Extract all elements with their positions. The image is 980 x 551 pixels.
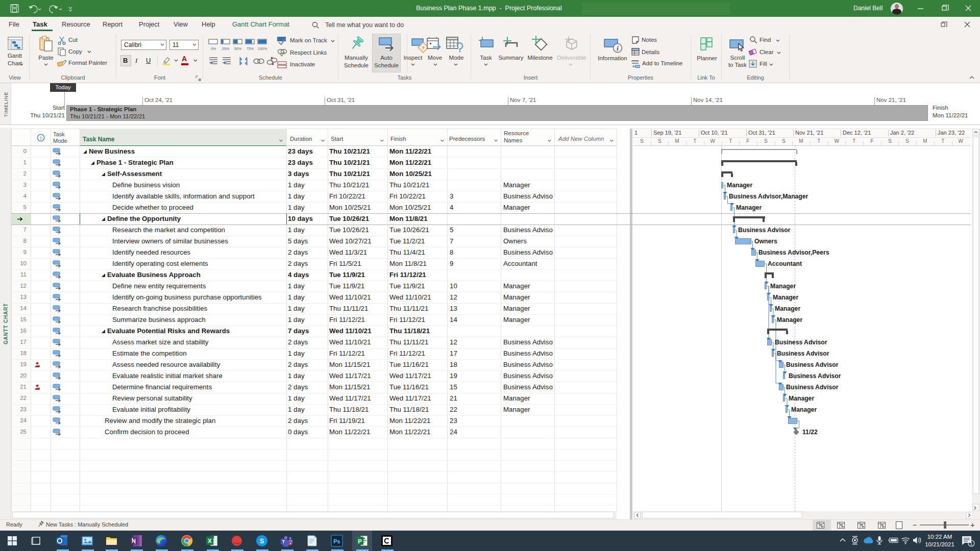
svg-text:i: i xyxy=(40,135,42,141)
svg-text:1: 1 xyxy=(970,541,972,546)
svg-text:S: S xyxy=(260,537,264,545)
svg-text:P: P xyxy=(358,538,362,544)
svg-text:?: ? xyxy=(422,45,425,51)
svg-text:Ps: Ps xyxy=(333,538,340,544)
